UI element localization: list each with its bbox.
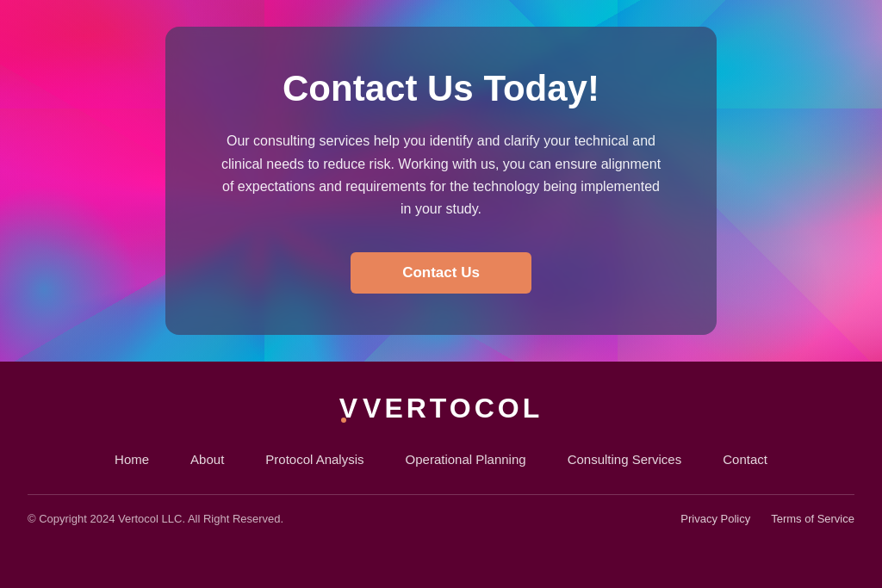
logo-text: VERTOCOL <box>363 393 543 424</box>
footer: VVERTOCOL Home About Protocol Analysis O… <box>0 362 882 588</box>
hero-title: Contact Us Today! <box>217 68 665 109</box>
hero-card: Contact Us Today! Our consulting service… <box>165 27 717 335</box>
footer-divider <box>28 494 854 495</box>
footer-nav-protocol-analysis[interactable]: Protocol Analysis <box>265 452 363 467</box>
footer-nav-home[interactable]: Home <box>115 452 149 467</box>
logo-v-mark: V <box>339 393 361 424</box>
terms-of-service-link[interactable]: Terms of Service <box>771 512 854 525</box>
footer-bottom: © Copyright 2024 Vertocol LLC. All Right… <box>28 512 854 525</box>
footer-nav-contact[interactable]: Contact <box>723 452 767 467</box>
footer-nav-consulting-services[interactable]: Consulting Services <box>568 452 682 467</box>
footer-legal-links: Privacy Policy Terms of Service <box>680 512 854 525</box>
footer-nav: Home About Protocol Analysis Operational… <box>115 452 767 467</box>
footer-nav-about[interactable]: About <box>190 452 224 467</box>
footer-logo: VVERTOCOL <box>339 393 543 424</box>
privacy-policy-link[interactable]: Privacy Policy <box>680 512 750 525</box>
footer-copyright: © Copyright 2024 Vertocol LLC. All Right… <box>28 512 283 525</box>
contact-us-button[interactable]: Contact Us <box>351 252 531 294</box>
hero-description: Our consulting services help you identif… <box>217 130 665 221</box>
hero-section: Contact Us Today! Our consulting service… <box>0 0 882 362</box>
footer-nav-operational-planning[interactable]: Operational Planning <box>406 452 526 467</box>
